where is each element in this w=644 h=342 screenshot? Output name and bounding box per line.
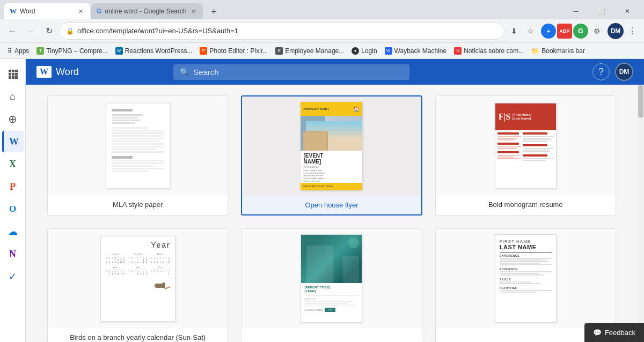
templates-row-1: MLA style paper [PROPERTY NAME] 🏠 bbox=[47, 95, 616, 215]
extensions-button[interactable]: ⚙ bbox=[589, 24, 604, 39]
svg-rect-8 bbox=[15, 76, 18, 79]
svg-rect-7 bbox=[12, 76, 14, 79]
template-card-bold-resume[interactable]: F|S [First Name] [Last Name] bbox=[435, 95, 616, 215]
extension-icon-1[interactable]: + bbox=[541, 24, 556, 39]
bookmark-employee[interactable]: E Employee Manage... bbox=[272, 46, 347, 56]
templates-row-2: Year January SMTWTFS 1234 567891011 bbox=[47, 228, 616, 342]
template-img-calendar: Year January SMTWTFS 1234 567891011 bbox=[48, 229, 228, 328]
template-img-bold-resume: F|S [First Name] [Last Name] bbox=[436, 96, 616, 195]
sidebar-excel-icon[interactable]: X bbox=[2, 153, 24, 175]
sidebar-home-icon[interactable]: ⌂ bbox=[2, 86, 24, 107]
login-favicon: ● bbox=[352, 47, 359, 55]
google-tab[interactable]: G online word - Google Search ✕ bbox=[91, 3, 203, 19]
bookmark-wayback[interactable]: W Wayback Machine bbox=[382, 46, 450, 56]
sidebar-onenote-icon[interactable]: N bbox=[2, 243, 24, 265]
sidebar-waffle-icon[interactable] bbox=[2, 63, 24, 85]
star-icon[interactable]: ☆ bbox=[523, 24, 538, 39]
template-label-mla: MLA style paper bbox=[48, 195, 228, 214]
bookmark-login[interactable]: ● Login bbox=[348, 46, 380, 56]
template-card-calendar[interactable]: Year January SMTWTFS 1234 567891011 bbox=[47, 228, 228, 342]
svg-rect-6 bbox=[9, 76, 11, 79]
login-label: Login bbox=[361, 47, 377, 55]
feedback-label: Feedback bbox=[605, 329, 635, 337]
back-button[interactable]: ← bbox=[4, 23, 20, 39]
sidebar-powerpoint-icon[interactable]: P bbox=[2, 176, 24, 197]
minimize-button[interactable]: ─ bbox=[564, 3, 588, 19]
template-card-mla[interactable]: MLA style paper bbox=[47, 95, 228, 215]
extension-icon-3[interactable]: G bbox=[573, 24, 588, 39]
sidebar-create-icon[interactable]: ⊕ bbox=[2, 108, 24, 130]
user-avatar[interactable]: DM bbox=[615, 63, 633, 81]
template-img-resume2: FIRST NAME LAST NAME EXPERIENCE EDUCATIO… bbox=[436, 229, 616, 328]
extension-icon-2[interactable]: ABP bbox=[557, 24, 572, 39]
bookmark-reactions[interactable]: W Reactions WordPress... bbox=[112, 46, 196, 56]
office-sidebar: ⌂ ⊕ W X P O ☁ N ✓ bbox=[0, 59, 26, 342]
bookmarks-bar: ⠿ Apps T TinyPNG – Compre... W Reactions… bbox=[0, 43, 644, 59]
svg-rect-2 bbox=[15, 70, 18, 72]
word-tab-label: Word bbox=[20, 8, 74, 15]
scrollbar[interactable] bbox=[638, 85, 644, 342]
new-tab-button[interactable]: + bbox=[206, 4, 221, 19]
bookmark-pixlr[interactable]: P Photo Editor : Pixlr... bbox=[196, 46, 271, 56]
tinypng-favicon: T bbox=[36, 47, 44, 55]
maximize-button[interactable]: ⬜ bbox=[589, 3, 614, 19]
template-img-mla bbox=[48, 96, 228, 195]
address-text: office.com/template/word?ui=en-US&rs=US&… bbox=[77, 27, 497, 35]
google-tab-close[interactable]: ✕ bbox=[189, 7, 197, 16]
word-icon-header: W bbox=[36, 66, 52, 78]
template-card-open-house[interactable]: [PROPERTY NAME] 🏠 bbox=[241, 95, 422, 215]
wayback-label: Wayback Machine bbox=[394, 47, 447, 55]
bookmark-bookmarksbar[interactable]: 📁 Bookmarks bar bbox=[528, 46, 588, 56]
word-app-title: W Word bbox=[36, 66, 79, 78]
app-layout: ⌂ ⊕ W X P O ☁ N ✓ W Word 🔍 Se bbox=[0, 59, 644, 342]
nav-bar: ← → ↻ 🔒 office.com/template/word?ui=en-U… bbox=[0, 19, 644, 43]
reactions-label: Reactions WordPress... bbox=[125, 47, 193, 55]
bookmarksbar-label: Bookmarks bar bbox=[541, 47, 585, 55]
google-tab-favicon: G bbox=[97, 8, 101, 15]
profile-avatar-chrome[interactable]: DM bbox=[608, 23, 624, 39]
feedback-icon: 💬 bbox=[593, 329, 602, 337]
template-label-open-house: Open house flyer bbox=[299, 196, 363, 214]
reload-button[interactable]: ↻ bbox=[41, 23, 57, 39]
sidebar-todo-icon[interactable]: ✓ bbox=[2, 266, 24, 287]
sidebar-outlook-icon[interactable]: O bbox=[2, 198, 24, 220]
download-icon[interactable]: ⬇ bbox=[507, 24, 522, 39]
address-bar[interactable]: 🔒 office.com/template/word?ui=en-US&rs=U… bbox=[59, 23, 504, 40]
close-button[interactable]: ✕ bbox=[615, 3, 640, 19]
apps-label: Apps bbox=[14, 47, 29, 55]
feedback-button[interactable]: 💬 Feedback bbox=[584, 323, 644, 342]
word-tab[interactable]: W Word ✕ bbox=[4, 3, 90, 19]
svg-rect-3 bbox=[9, 73, 11, 76]
sidebar-word-icon[interactable]: W bbox=[2, 131, 24, 152]
noticias-label: Noticias sobre com... bbox=[464, 47, 524, 55]
browser-chrome: W Word ✕ G online word - Google Search ✕… bbox=[0, 0, 644, 59]
sidebar-onedrive-icon[interactable]: ☁ bbox=[2, 221, 24, 242]
forward-button[interactable]: → bbox=[23, 23, 39, 39]
templates-scrollable: MLA style paper [PROPERTY NAME] 🏠 bbox=[26, 85, 638, 342]
template-label-bold-resume: Bold monogram resume bbox=[436, 195, 616, 214]
browser-actions: ⬇ ☆ + ABP G ⚙ DM ⋮ bbox=[507, 23, 640, 39]
google-tab-label: online word - Google Search bbox=[105, 8, 186, 15]
noticias-favicon: N bbox=[454, 47, 462, 55]
scroll-thumb[interactable] bbox=[638, 85, 643, 117]
template-label-calendar: Birds on a branch yearly calendar (Sun-S… bbox=[48, 328, 228, 342]
template-img-open-house: [PROPERTY NAME] 🏠 bbox=[242, 96, 421, 196]
template-card-report[interactable]: [REPORT TITLE][YEAR] [SUBTITLE] [COMPANY… bbox=[241, 228, 422, 342]
content-area: MLA style paper [PROPERTY NAME] 🏠 bbox=[26, 85, 644, 342]
tab-bar: W Word ✕ G online word - Google Search ✕… bbox=[0, 0, 644, 19]
apps-grid-icon: ⠿ bbox=[8, 47, 12, 55]
word-header-right: ? DM bbox=[592, 63, 633, 81]
chrome-menu[interactable]: ⋮ bbox=[625, 24, 640, 39]
wayback-favicon: W bbox=[385, 47, 392, 55]
bookmark-tinypng[interactable]: T TinyPNG – Compre... bbox=[33, 46, 111, 56]
word-title-text: Word bbox=[56, 66, 79, 78]
word-tab-close[interactable]: ✕ bbox=[77, 7, 85, 16]
word-search-box[interactable]: 🔍 Search bbox=[173, 64, 409, 80]
word-tab-favicon: W bbox=[10, 7, 17, 16]
template-img-report: [REPORT TITLE][YEAR] [SUBTITLE] [COMPANY… bbox=[241, 229, 421, 328]
main-content: W Word 🔍 Search ? DM bbox=[26, 59, 644, 342]
bookmark-noticias[interactable]: N Noticias sobre com... bbox=[451, 46, 527, 56]
help-icon[interactable]: ? bbox=[592, 63, 610, 80]
apps-bookmark[interactable]: ⠿ Apps bbox=[4, 46, 32, 56]
employee-label: Employee Manage... bbox=[285, 47, 344, 55]
